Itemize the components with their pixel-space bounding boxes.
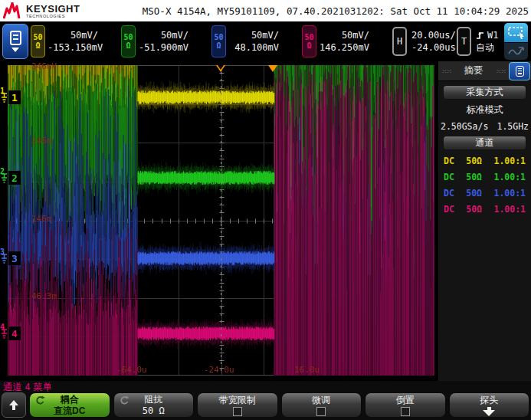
oscilloscope-screen: KEYSIGHT TECHNOLOGIES MSO-X 4154A, MY591… [0, 0, 531, 420]
channel-1-ground-icon[interactable]: 1 [0, 87, 8, 110]
channels-button[interactable]: 通道 [443, 136, 526, 150]
back-button[interactable] [2, 392, 26, 418]
keysight-spark-icon [3, 2, 23, 19]
down-arrow-icon [483, 407, 495, 416]
keysight-logo: KEYSIGHT TECHNOLOGIES [0, 2, 80, 19]
horizontal-badge: H [392, 27, 407, 56]
channel-1-settings[interactable]: 50Ω 50mV/ -153.150mV [31, 25, 98, 58]
channel-2-scale: 50mV/ [138, 29, 188, 41]
channel-3-summary-row: DC50Ω1.00:1 [438, 188, 531, 199]
softkey-fine-adjust[interactable]: 微调 [281, 392, 362, 418]
zone-touch-trigger-button[interactable] [504, 23, 528, 42]
timebase-delay: -24.00us [411, 41, 456, 54]
waveform-arrow-icon [508, 46, 525, 57]
sidebar-menu-button[interactable] [509, 62, 530, 80]
time-reference-marker-hollow [218, 65, 224, 70]
invert-checkbox[interactable] [401, 407, 410, 416]
fine-adjust-checkbox[interactable] [316, 407, 326, 416]
horizontal-settings[interactable]: H 20.00us/ -24.00us [392, 25, 456, 58]
softkey-coupling-label: 耦合 [61, 394, 79, 405]
channel-1-scale: 50mV/ [48, 29, 98, 41]
channel-3-scale: 50mV/ [228, 29, 279, 41]
softkey-coupling-value: 直流DC [54, 405, 85, 417]
softkey-invert-label: 倒置 [396, 395, 415, 406]
channel-3-settings[interactable]: 50Ω 50mV/ 48.100mV [211, 25, 279, 58]
bandwidth: 1.5GHz [497, 121, 529, 132]
channel-4-impedance-badge: 50Ω [302, 25, 316, 57]
softkey-menu-bar: 通道 4 菜单 耦合 直流DC 阻抗 50 Ω [0, 381, 531, 420]
channel-2-summary-row: DC50Ω1.00:1 [438, 172, 531, 182]
drag-handle-left-icon[interactable]: ⁙⁙ [438, 67, 454, 75]
waveform-drag-button[interactable] [504, 43, 528, 60]
instrument-status-line: MSO-X 4154A, MY59101109, 07.40.202103120… [143, 5, 529, 17]
sidebar-titlebar[interactable]: ⁙⁙ 摘要 ⁙⁙ [438, 61, 531, 81]
softkey-probe-label: 探头 [480, 395, 498, 406]
channel-3-impedance-badge: 50Ω [211, 25, 226, 57]
summary-sidebar: ⁙⁙ 摘要 ⁙⁙ 采集方式 标准模式 2.50GSa/s 1.5GHz 通道 D… [437, 61, 531, 381]
channel-4-position-label[interactable]: 4 [8, 326, 21, 340]
channel-1-position-label[interactable]: 1 [8, 90, 21, 104]
channel-3-position-label[interactable]: 3 [8, 251, 21, 265]
channel-2-ground-icon[interactable]: 2 [0, 167, 8, 190]
channel-2-impedance-badge: 50Ω [121, 25, 136, 57]
channel-4-scale: 50mV/ [319, 29, 369, 41]
channel-3-ground-icon[interactable]: 3 [0, 248, 8, 271]
bandwidth-limit-checkbox[interactable] [233, 407, 242, 416]
channel-4-summary-row: DC50Ω1.00:1 [438, 204, 531, 215]
channel-1-impedance-badge: 50Ω [31, 25, 45, 57]
acquisition-mode-button[interactable]: 采集方式 [443, 85, 526, 100]
up-arrow-icon [9, 400, 18, 410]
brand-name: KEYSIGHT [26, 4, 80, 14]
softkey-bandwidth-limit[interactable]: 带宽限制 [197, 392, 278, 418]
trigger-source: W1 [487, 29, 498, 41]
softkey-fine-adjust-label: 微调 [312, 395, 330, 406]
chevron-down-icon [11, 48, 19, 52]
sidebar-menu-icon [516, 66, 524, 77]
channel-1-offset: -153.150mV [48, 41, 98, 54]
softkey-impedance[interactable]: 阻抗 50 Ω [113, 392, 195, 418]
graticule-waveform-canvas [8, 65, 434, 376]
rising-edge-icon [476, 31, 484, 40]
channel-4-ground-icon[interactable]: 4 [0, 323, 8, 346]
channel-1-summary-row: DC50Ω1.00:1 [438, 156, 531, 166]
header-bar: KEYSIGHT TECHNOLOGIES MSO-X 4154A, MY591… [0, 0, 531, 21]
sample-rate: 2.50GSa/s [441, 121, 488, 132]
trigger-mode: 自动 [476, 41, 498, 54]
drag-handle-right-icon[interactable]: ⁙⁙ [493, 67, 509, 75]
softkey-coupling[interactable]: 耦合 直流DC [29, 392, 110, 418]
softkey-probe[interactable]: 探头 [449, 392, 530, 418]
zone-select-icon [507, 26, 526, 40]
trigger-settings[interactable]: T W1 自动 [457, 25, 498, 58]
channel-2-settings[interactable]: 50Ω 50mV/ -51.900mV [121, 25, 188, 58]
menu-list-icon [10, 31, 21, 45]
main-menu-button[interactable] [2, 24, 28, 59]
cycle-icon [35, 395, 45, 405]
channel-2-position-label[interactable]: 2 [8, 171, 21, 185]
softkey-bandwidth-limit-label: 带宽限制 [219, 395, 256, 406]
softkey-invert[interactable]: 倒置 [365, 392, 446, 418]
channel-2-offset: -51.900mV [138, 41, 188, 54]
channel-4-offset: 146.250mV [319, 41, 369, 54]
timebase-scale: 20.00us/ [411, 29, 456, 41]
settings-bar: 50Ω 50mV/ -153.150mV 50Ω 50mV/ -51.900mV… [0, 21, 531, 61]
acquisition-mode-value: 标准模式 [438, 103, 531, 116]
softkey-impedance-label: 阻抗 [144, 394, 162, 405]
softkey-impedance-value: 50 Ω [143, 405, 165, 417]
channel-3-offset: 48.100mV [228, 41, 279, 54]
channel-4-settings[interactable]: 50Ω 50mV/ 146.250mV [302, 25, 369, 58]
sidebar-title: 摘要 [454, 64, 493, 77]
cycle-icon [120, 395, 129, 405]
trigger-badge: T [457, 27, 471, 56]
trigger-position-marker[interactable] [268, 65, 277, 72]
